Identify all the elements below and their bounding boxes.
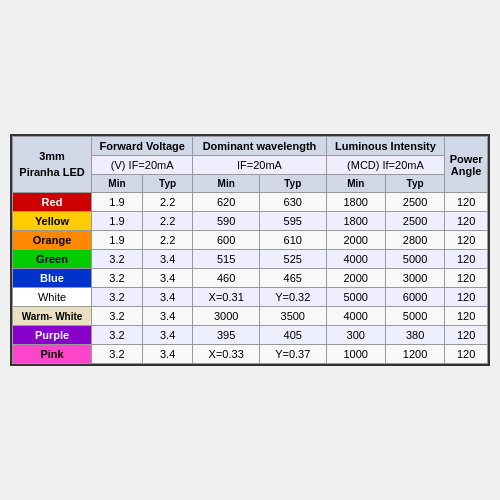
li-min-purple: 300	[326, 326, 385, 345]
li-typ-yellow: 2500	[385, 212, 444, 231]
fv-unit: (V) IF=20mA	[92, 156, 193, 175]
fv-typ-yellow: 2.2	[142, 212, 193, 231]
table-row: Red1.92.262063018002500120	[13, 193, 488, 212]
color-label-yellow: Yellow	[13, 212, 92, 231]
dw-typ-red: 630	[259, 193, 326, 212]
li-min-warmwhite: 4000	[326, 307, 385, 326]
product-label: 3mmPiranha LED	[13, 137, 92, 193]
fv-min-orange: 1.9	[92, 231, 143, 250]
pa-yellow: 120	[445, 212, 488, 231]
dw-typ-green: 525	[259, 250, 326, 269]
table-row: White3.23.4X=0.31Y=0.3250006000120	[13, 288, 488, 307]
color-label-red: Red	[13, 193, 92, 212]
li-typ-header: Typ	[385, 175, 444, 193]
color-label-orange: Orange	[13, 231, 92, 250]
dw-min-green: 515	[193, 250, 260, 269]
color-label-blue: Blue	[13, 269, 92, 288]
dw-header: Dominant wavelength	[193, 137, 326, 156]
li-typ-green: 5000	[385, 250, 444, 269]
li-typ-purple: 380	[385, 326, 444, 345]
pa-green: 120	[445, 250, 488, 269]
dw-min-pink: X=0.33	[193, 345, 260, 364]
fv-min-white: 3.2	[92, 288, 143, 307]
pa-red: 120	[445, 193, 488, 212]
li-unit: (MCD) If=20mA	[326, 156, 445, 175]
table-row: Purple3.23.4395405300380120	[13, 326, 488, 345]
fv-typ-warmwhite: 3.4	[142, 307, 193, 326]
pa-blue: 120	[445, 269, 488, 288]
pa-white: 120	[445, 288, 488, 307]
pa-header: PowerAngle	[445, 137, 488, 193]
li-typ-orange: 2800	[385, 231, 444, 250]
dw-typ-warmwhite: 3500	[259, 307, 326, 326]
dw-typ-header: Typ	[259, 175, 326, 193]
pa-warmwhite: 120	[445, 307, 488, 326]
dw-min-warmwhite: 3000	[193, 307, 260, 326]
color-label-purple: Purple	[13, 326, 92, 345]
pa-orange: 120	[445, 231, 488, 250]
fv-typ-white: 3.4	[142, 288, 193, 307]
dw-min-yellow: 590	[193, 212, 260, 231]
dw-min-purple: 395	[193, 326, 260, 345]
dw-min-orange: 600	[193, 231, 260, 250]
dw-typ-purple: 405	[259, 326, 326, 345]
fv-min-blue: 3.2	[92, 269, 143, 288]
fv-typ-purple: 3.4	[142, 326, 193, 345]
li-typ-white: 6000	[385, 288, 444, 307]
fv-min-purple: 3.2	[92, 326, 143, 345]
dw-typ-yellow: 595	[259, 212, 326, 231]
table-row: Orange1.92.260061020002800120	[13, 231, 488, 250]
fv-min-green: 3.2	[92, 250, 143, 269]
fv-min-yellow: 1.9	[92, 212, 143, 231]
fv-typ-blue: 3.4	[142, 269, 193, 288]
color-label-white: White	[13, 288, 92, 307]
li-min-red: 1800	[326, 193, 385, 212]
dw-min-header: Min	[193, 175, 260, 193]
fv-min-red: 1.9	[92, 193, 143, 212]
li-min-white: 5000	[326, 288, 385, 307]
li-min-green: 4000	[326, 250, 385, 269]
fv-min-pink: 3.2	[92, 345, 143, 364]
li-typ-red: 2500	[385, 193, 444, 212]
li-min-yellow: 1800	[326, 212, 385, 231]
dw-min-blue: 460	[193, 269, 260, 288]
pa-purple: 120	[445, 326, 488, 345]
fv-header: Forward Voltage	[92, 137, 193, 156]
li-min-blue: 2000	[326, 269, 385, 288]
fv-typ-header: Typ	[142, 175, 193, 193]
li-typ-pink: 1200	[385, 345, 444, 364]
table-row: Warm- White3.23.43000350040005000120	[13, 307, 488, 326]
table-row: Yellow1.92.259059518002500120	[13, 212, 488, 231]
li-typ-warmwhite: 5000	[385, 307, 444, 326]
fv-typ-orange: 2.2	[142, 231, 193, 250]
li-min-orange: 2000	[326, 231, 385, 250]
li-typ-blue: 3000	[385, 269, 444, 288]
table-row: Green3.23.451552540005000120	[13, 250, 488, 269]
table-row: Blue3.23.446046520003000120	[13, 269, 488, 288]
fv-min-warmwhite: 3.2	[92, 307, 143, 326]
dw-typ-pink: Y=0.37	[259, 345, 326, 364]
dw-typ-blue: 465	[259, 269, 326, 288]
pa-pink: 120	[445, 345, 488, 364]
dw-typ-orange: 610	[259, 231, 326, 250]
fv-typ-pink: 3.4	[142, 345, 193, 364]
color-label-green: Green	[13, 250, 92, 269]
led-specs-table: 3mmPiranha LED Forward Voltage Dominant …	[10, 134, 490, 366]
color-label-pink: Pink	[13, 345, 92, 364]
color-label-warmwhite: Warm- White	[13, 307, 92, 326]
dw-min-red: 620	[193, 193, 260, 212]
dw-unit: IF=20mA	[193, 156, 326, 175]
dw-typ-white: Y=0.32	[259, 288, 326, 307]
li-header: Luminous Intensity	[326, 137, 445, 156]
dw-min-white: X=0.31	[193, 288, 260, 307]
table-row: Pink3.23.4X=0.33Y=0.3710001200120	[13, 345, 488, 364]
li-min-pink: 1000	[326, 345, 385, 364]
fv-min-header: Min	[92, 175, 143, 193]
fv-typ-green: 3.4	[142, 250, 193, 269]
li-min-header: Min	[326, 175, 385, 193]
fv-typ-red: 2.2	[142, 193, 193, 212]
